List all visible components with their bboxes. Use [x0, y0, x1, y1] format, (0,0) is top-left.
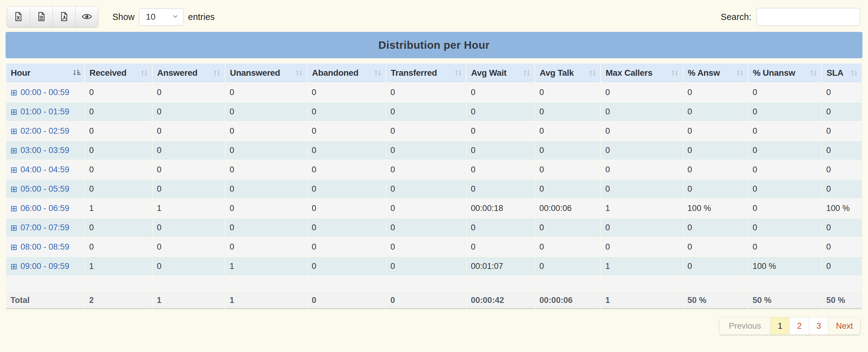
previous-page-button[interactable]: Previous — [719, 317, 770, 335]
hour-link[interactable]: ⊞02:00 - 02:59 — [10, 126, 69, 136]
cell-hour: ⊞05:00 - 05:59 — [6, 180, 84, 199]
hour-link[interactable]: ⊞03:00 - 03:59 — [10, 146, 69, 155]
page-3-button[interactable]: 3 — [809, 317, 828, 335]
total-received: 2 — [85, 292, 152, 309]
file-pdf-icon — [58, 11, 70, 23]
hour-range-label: 03:00 - 03:59 — [21, 146, 69, 155]
cell-avg-talk: 0 — [535, 161, 600, 179]
cell-abandoned: 0 — [308, 180, 385, 199]
column-label: % Unansw — [753, 68, 795, 78]
cell-unansw: 0 — [748, 199, 822, 218]
cell-abandoned: 0 — [308, 161, 385, 179]
hour-link[interactable]: ⊞07:00 - 07:59 — [10, 223, 69, 233]
column-header-answ[interactable]: % Answ — [683, 64, 748, 82]
cell-transferred: 0 — [386, 102, 466, 121]
export-csv-button[interactable] — [30, 6, 53, 27]
hour-link[interactable]: ⊞00:00 - 00:59 — [10, 88, 69, 98]
column-visibility-button[interactable] — [75, 6, 98, 27]
cell-abandoned: 0 — [308, 83, 385, 102]
expand-icon[interactable]: ⊞ — [10, 126, 18, 136]
cell-transferred: 0 — [386, 218, 466, 237]
cell-avg-talk: 0 — [535, 122, 600, 140]
column-label: Answered — [157, 68, 197, 78]
cell-unanswered: 0 — [225, 83, 307, 102]
expand-icon[interactable]: ⊞ — [10, 107, 18, 117]
hour-link[interactable]: ⊞09:00 - 09:59 — [10, 261, 69, 271]
page-length-select[interactable]: 10 — [139, 8, 184, 26]
column-label: Hour — [11, 68, 30, 78]
sort-both-icon — [140, 68, 149, 78]
expand-icon[interactable]: ⊞ — [10, 242, 18, 252]
expand-icon[interactable]: ⊞ — [10, 223, 18, 233]
hour-link[interactable]: ⊞08:00 - 08:59 — [10, 242, 69, 252]
cell-unanswered: 0 — [225, 122, 307, 140]
hour-link[interactable]: ⊞06:00 - 06:59 — [10, 204, 69, 213]
cell-transferred — [386, 276, 466, 291]
export-excel-button[interactable] — [7, 6, 30, 27]
cell-answ: 0 — [683, 83, 748, 102]
expand-icon[interactable]: ⊞ — [10, 88, 18, 98]
column-header-unansw[interactable]: % Unansw — [748, 64, 822, 82]
column-header-answered[interactable]: Answered — [153, 64, 225, 82]
export-pdf-button[interactable] — [53, 6, 75, 27]
cell-avg-wait: 0 — [467, 161, 534, 179]
cell-max-callers: 1 — [601, 199, 683, 218]
column-header-avg-wait[interactable]: Avg Wait — [467, 64, 534, 82]
cell-answ: 0 — [683, 161, 748, 179]
cell-hour: ⊞09:00 - 09:59 — [6, 257, 84, 276]
column-header-max-callers[interactable]: Max Callers — [601, 64, 683, 82]
column-header-abandoned[interactable]: Abandoned — [308, 64, 385, 82]
column-header-sla[interactable]: SLA — [822, 64, 862, 82]
column-header-received[interactable]: Received — [85, 64, 152, 82]
search-input[interactable] — [756, 8, 860, 26]
sort-both-icon — [522, 68, 531, 78]
cell-transferred: 0 — [386, 122, 466, 140]
cell-avg-wait: 00:01:07 — [467, 257, 534, 276]
column-header-hour[interactable]: Hour — [6, 64, 84, 82]
expand-icon[interactable]: ⊞ — [10, 184, 18, 194]
sort-both-icon — [588, 68, 597, 78]
column-header-avg-talk[interactable]: Avg Talk — [535, 64, 600, 82]
cell-max-callers: 0 — [601, 238, 683, 256]
column-label: SLA — [827, 68, 843, 78]
total-answered: 1 — [153, 292, 225, 309]
sort-asc-icon — [72, 68, 81, 78]
eye-icon — [81, 11, 93, 23]
cell-hour: ⊞01:00 - 01:59 — [6, 102, 84, 121]
expand-icon[interactable]: ⊞ — [10, 204, 18, 213]
entries-label: entries — [188, 12, 215, 22]
pagination-area: Previous123Next — [5, 317, 863, 335]
column-header-transferred[interactable]: Transferred — [386, 64, 466, 82]
cell-max-callers: 0 — [601, 180, 683, 199]
cell-avg-wait: 0 — [467, 122, 534, 140]
table-row: ⊞06:00 - 06:591100000:00:1800:00:061100 … — [6, 199, 862, 218]
cell-abandoned — [308, 276, 385, 291]
cell-max-callers: 0 — [601, 141, 683, 160]
total-answ: 50 % — [683, 292, 748, 309]
hour-link[interactable]: ⊞01:00 - 01:59 — [10, 107, 69, 117]
hour-range-label: 07:00 - 07:59 — [21, 223, 69, 233]
column-label: Received — [89, 68, 126, 78]
column-header-unanswered[interactable]: Unanswered — [225, 64, 307, 82]
table-header-row: HourReceivedAnsweredUnansweredAbandonedT… — [6, 64, 862, 82]
cell-avg-wait: 0 — [467, 83, 534, 102]
cell-max-callers — [601, 276, 683, 291]
cell-hour: ⊞06:00 - 06:59 — [6, 199, 84, 218]
expand-icon[interactable]: ⊞ — [10, 146, 18, 155]
hour-link[interactable]: ⊞05:00 - 05:59 — [10, 184, 69, 194]
sort-both-icon — [373, 68, 382, 78]
next-page-button[interactable]: Next — [828, 317, 860, 335]
sort-both-icon — [809, 68, 818, 78]
page-1-button[interactable]: 1 — [770, 317, 789, 335]
cell-abandoned: 0 — [308, 199, 385, 218]
cell-received: 1 — [85, 257, 152, 276]
cell-answ: 0 — [683, 141, 748, 160]
expand-icon[interactable]: ⊞ — [10, 261, 18, 271]
expand-icon[interactable]: ⊞ — [10, 165, 18, 175]
hour-link[interactable]: ⊞04:00 - 04:59 — [10, 165, 69, 175]
cell-transferred: 0 — [386, 199, 466, 218]
page-2-button[interactable]: 2 — [789, 317, 809, 335]
cell-sla: 0 — [822, 102, 862, 121]
total-avg-wait: 00:00:42 — [467, 292, 534, 309]
cell-transferred: 0 — [386, 161, 466, 179]
